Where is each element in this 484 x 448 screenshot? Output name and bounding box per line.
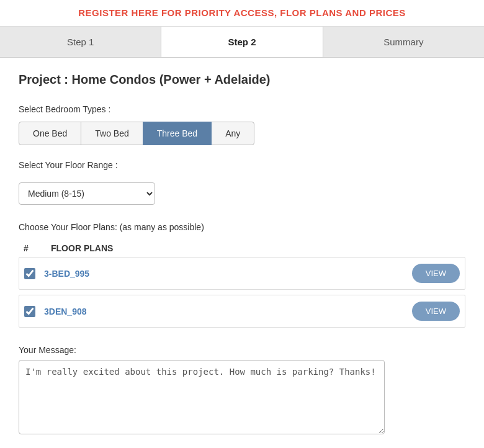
floor-plan-checkbox-area: 3-BED_995 [24,268,412,279]
banner: REGISTER HERE FOR PRIORITY ACCESS, FLOR … [0,0,484,27]
floor-range-label: Select Your Floor Range : [19,160,465,170]
bedroom-btn-any[interactable]: Any [211,122,254,145]
message-section: Your Message: I'm really excited about t… [19,345,465,437]
main-content: Project : Home Condos (Power + Adelaide)… [0,58,484,448]
floor-plan-checkbox-1[interactable] [24,268,35,279]
bedroom-label: Select Bedroom Types : [19,104,465,114]
message-label: Your Message: [19,345,465,355]
bedroom-btn-threebed[interactable]: Three Bed [143,122,212,145]
floor-plans-header: # FLOOR PLANS [19,240,465,257]
tab-step1[interactable]: Step 1 [0,27,161,57]
floor-plans-section: Choose Your Floor Plans: (as many as pos… [19,222,465,328]
floor-plan-view-btn-2[interactable]: VIEW [412,302,460,321]
floor-range-select[interactable]: Low (1-7) Medium (8-15) High (16+) Any [19,182,155,205]
floor-plan-checkbox-2[interactable] [24,306,35,317]
bedroom-btn-twobed[interactable]: Two Bed [81,122,143,145]
floor-plan-view-btn-1[interactable]: VIEW [412,264,460,283]
bedroom-btn-onebed[interactable]: One Bed [19,122,81,145]
project-title: Project : Home Condos (Power + Adelaide) [19,73,465,87]
bedroom-buttons: One Bed Two Bed Three Bed Any [19,122,465,145]
column-name: FLOOR PLANS [51,243,113,253]
floor-plan-name-2: 3DEN_908 [44,307,87,316]
floor-range-section: Select Your Floor Range : Low (1-7) Medi… [19,160,465,205]
floor-plan-row: 3-BED_995 VIEW [19,257,465,290]
tab-step2[interactable]: Step 2 [161,27,323,57]
floor-plans-label: Choose Your Floor Plans: (as many as pos… [19,222,465,232]
message-textarea[interactable]: I'm really excited about this project. H… [19,360,385,434]
tab-summary[interactable]: Summary [323,27,484,57]
floor-plan-checkbox-area-2: 3DEN_908 [24,306,412,317]
floor-plan-name-1: 3-BED_995 [44,269,89,279]
banner-text: REGISTER HERE FOR PRIORITY ACCESS, FLOR … [78,7,406,18]
column-hash: # [24,243,38,253]
tabs-row: Step 1 Step 2 Summary [0,27,484,58]
floor-plan-row: 3DEN_908 VIEW [19,295,465,328]
